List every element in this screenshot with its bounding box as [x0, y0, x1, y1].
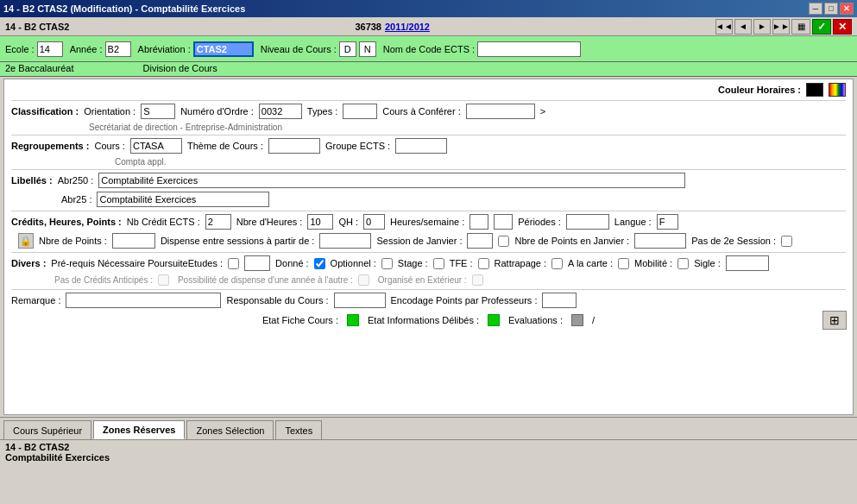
- nom-code-group: Nom de Code ECTS :: [383, 41, 581, 57]
- session-check[interactable]: [498, 236, 509, 247]
- nbre-points-jan-input[interactable]: [634, 233, 686, 249]
- grid-view-button[interactable]: ▦: [791, 19, 810, 35]
- encodage-input[interactable]: [542, 293, 577, 308]
- color-rainbow-button[interactable]: [829, 83, 846, 97]
- cours-conferer-input[interactable]: [466, 104, 535, 119]
- remarque-input[interactable]: [66, 293, 221, 308]
- abr250-label: Abr250 :: [58, 175, 94, 186]
- remarque-label: Remarque :: [11, 295, 60, 306]
- nbre-points-label: Nbre de Points :: [39, 236, 107, 246]
- nav-next-button[interactable]: ►: [753, 19, 771, 35]
- divers-row2: Pas de Crédits Anticipés : Possibilité d…: [11, 274, 846, 286]
- points-row: 🔒 Nbre de Points : Dispense entre sessio…: [11, 233, 846, 249]
- nav-first-button[interactable]: ◄◄: [715, 19, 733, 35]
- encodage-label: Encodage Points par Professeurs :: [391, 295, 538, 306]
- tab-cours-superieur[interactable]: Cours Supérieur: [3, 420, 91, 439]
- menu-center: 36738 2011/2012: [355, 22, 430, 32]
- tab-zones-selection[interactable]: Zones Sélection: [186, 420, 274, 439]
- cours-arrow[interactable]: >: [540, 106, 545, 117]
- pas-2e-check[interactable]: [781, 236, 792, 247]
- qh-input[interactable]: [363, 214, 385, 230]
- mobilite-check[interactable]: [677, 258, 689, 269]
- nb-credit-label: Nb Crédit ECTS :: [127, 217, 200, 227]
- abr25-input[interactable]: [97, 192, 269, 207]
- possibilite-check[interactable]: [358, 274, 369, 286]
- ecole-input[interactable]: [37, 41, 63, 57]
- langue-input[interactable]: [657, 214, 678, 230]
- rattrapage-check[interactable]: [551, 258, 563, 269]
- color-black-button[interactable]: [806, 83, 823, 97]
- abrev-group: Abréviation :: [138, 41, 254, 57]
- groupe-input[interactable]: [395, 138, 447, 154]
- prereq-check[interactable]: [228, 258, 239, 269]
- rattrapage-label: Rattrapage :: [495, 258, 547, 268]
- minimize-button[interactable]: ─: [809, 3, 822, 15]
- divers-label: Divers :: [11, 258, 46, 268]
- prereq-input[interactable]: [244, 255, 270, 271]
- tfe-check[interactable]: [478, 258, 489, 269]
- grid-data-button[interactable]: ⊞: [822, 311, 847, 330]
- sigle-input[interactable]: [726, 255, 769, 271]
- close-button[interactable]: ✕: [840, 3, 854, 15]
- annee-input[interactable]: [105, 41, 131, 57]
- tab-textes[interactable]: Textes: [275, 420, 322, 439]
- responsable-input[interactable]: [334, 293, 386, 308]
- regroupements-subtitle: Compta appl.: [11, 157, 846, 167]
- numero-input[interactable]: [259, 104, 302, 119]
- pas-2e-label: Pas de 2e Session :: [691, 236, 776, 246]
- abr250-input[interactable]: [98, 173, 685, 188]
- dispense-input[interactable]: [319, 233, 371, 249]
- types-label: Types :: [307, 106, 337, 117]
- lock-icon: 🔒: [18, 233, 34, 249]
- nom-code-input[interactable]: [477, 41, 581, 57]
- organise-label: Organisé en Extérieur :: [378, 275, 467, 285]
- nav-last-button[interactable]: ►►: [772, 19, 790, 35]
- year-link[interactable]: 2011/2012: [385, 22, 430, 32]
- window-title: 14 - B2 CTAS2 (Modification) - Comptabil…: [3, 3, 245, 14]
- nom-code-label: Nom de Code ECTS :: [383, 44, 475, 54]
- niveau-n-box[interactable]: N: [359, 41, 376, 57]
- maximize-button[interactable]: □: [824, 3, 838, 15]
- nbre-heures-label: Nbre d'Heures :: [236, 217, 303, 227]
- organise-check[interactable]: [472, 274, 483, 286]
- etat-info-label: Etat Informations Délibés :: [368, 315, 479, 325]
- session-label: Session de Janvier :: [376, 236, 462, 246]
- orientation-input[interactable]: [141, 104, 175, 119]
- cancel-button[interactable]: ✕: [833, 19, 852, 35]
- classification-subtitle: Secrétariat de direction - Entreprise-Ad…: [11, 123, 846, 132]
- responsable-label: Responsable du Cours :: [226, 295, 328, 306]
- niveau-d-box[interactable]: D: [339, 41, 356, 57]
- nav-prev-button[interactable]: ◄: [734, 19, 752, 35]
- libelles-row: Libellés : Abr250 :: [11, 173, 846, 188]
- niveau-group: Niveau de Cours : D N: [261, 41, 376, 57]
- ok-button[interactable]: ✓: [812, 19, 831, 35]
- nbre-points-input[interactable]: [112, 233, 155, 249]
- optionnel-check[interactable]: [381, 258, 393, 269]
- donne-check[interactable]: [314, 258, 325, 269]
- heures-semaine-input1[interactable]: [469, 214, 488, 230]
- donne-label: Donné :: [275, 258, 309, 268]
- stage-check[interactable]: [433, 258, 444, 269]
- status-bar: 14 - B2 CTAS2 Comptabilité Exercices: [0, 439, 857, 464]
- nb-credit-input[interactable]: [205, 214, 231, 230]
- abrev-input[interactable]: [193, 41, 254, 57]
- a-la-carte-label: A la carte :: [568, 258, 613, 268]
- tab-zones-reserves[interactable]: Zones Réserves: [93, 420, 185, 439]
- session-input[interactable]: [467, 233, 493, 249]
- dispense-label: Dispense entre sessions à partir de :: [161, 236, 315, 246]
- reg-cours-input[interactable]: [130, 138, 182, 154]
- nbre-heures-input[interactable]: [307, 214, 333, 230]
- types-input[interactable]: [343, 104, 377, 119]
- qh-label: QH :: [338, 217, 358, 227]
- couleur-label: Couleur Horaires :: [718, 85, 801, 95]
- classification-row: Classification : Orientation : Numéro d'…: [11, 104, 846, 119]
- couleur-row: Couleur Horaires :: [11, 83, 846, 97]
- a-la-carte-check[interactable]: [618, 258, 629, 269]
- heures-semaine-input2[interactable]: [494, 214, 513, 230]
- subtitle-left: 2e Baccalauréat: [5, 63, 74, 73]
- pas-credits-check[interactable]: [158, 274, 169, 286]
- evaluations-indicator: [571, 314, 583, 326]
- menu-right: ◄◄ ◄ ► ►► ▦ ✓ ✕: [715, 19, 852, 35]
- theme-input[interactable]: [268, 138, 320, 154]
- periodes-input[interactable]: [566, 214, 609, 230]
